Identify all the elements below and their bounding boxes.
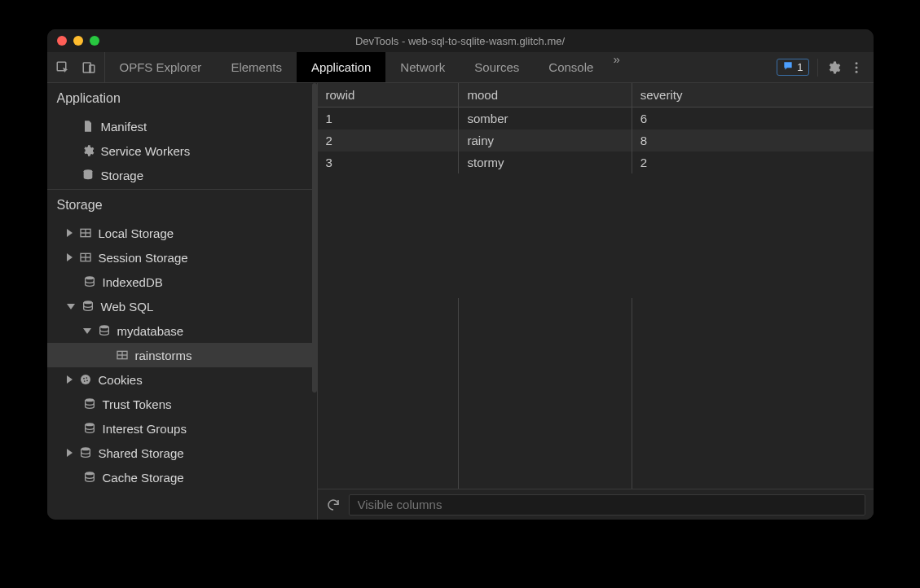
data-grid: rowid mood severity 1somber62rainy83stor… xyxy=(318,83,874,489)
table-cell: somber xyxy=(459,108,632,129)
grid-icon xyxy=(79,226,92,239)
database-icon xyxy=(81,169,95,182)
tab-sources[interactable]: Sources xyxy=(460,52,534,82)
sidebar-item-shared-storage[interactable]: Shared Storage xyxy=(47,441,317,465)
sidebar-item-local-storage[interactable]: Local Storage xyxy=(47,221,317,245)
sidebar-item-cache-storage[interactable]: Cache Storage xyxy=(47,465,317,489)
table-cell: 2 xyxy=(632,151,874,173)
minimize-window-icon[interactable] xyxy=(73,36,83,46)
svg-point-24 xyxy=(85,398,94,402)
file-icon xyxy=(81,120,95,133)
visible-columns-input[interactable] xyxy=(349,494,865,516)
db-icon xyxy=(81,300,95,313)
messages-count: 1 xyxy=(797,61,803,73)
grid-icon xyxy=(79,251,92,264)
content-panel: rowid mood severity 1somber62rainy83stor… xyxy=(318,83,874,520)
messages-badge[interactable]: 1 xyxy=(777,59,808,76)
svg-point-23 xyxy=(86,380,88,381)
column-header-rowid[interactable]: rowid xyxy=(318,83,460,108)
db-icon xyxy=(79,446,92,459)
more-tabs-icon[interactable]: » xyxy=(608,52,624,82)
section-application-title: Application xyxy=(47,83,317,112)
svg-point-21 xyxy=(86,377,87,379)
table-cell: 6 xyxy=(632,108,874,129)
sidebar-item-web-sql[interactable]: Web SQL xyxy=(47,294,317,318)
svg-point-15 xyxy=(99,325,108,328)
db-icon xyxy=(83,471,96,484)
inspect-element-icon[interactable] xyxy=(55,60,70,75)
chevron-right-icon xyxy=(67,229,73,237)
svg-point-3 xyxy=(855,62,857,64)
svg-point-26 xyxy=(81,447,90,450)
sidebar-item-mydatabase[interactable]: mydatabase xyxy=(47,318,317,343)
refresh-icon[interactable] xyxy=(326,498,341,512)
db-icon xyxy=(98,324,111,337)
sidebar-item-storage-overview[interactable]: Storage xyxy=(47,163,317,187)
tab-application[interactable]: Application xyxy=(297,52,385,82)
maximize-window-icon[interactable] xyxy=(90,36,99,46)
svg-point-5 xyxy=(855,70,857,72)
sidebar-item-service-workers[interactable]: Service Workers xyxy=(47,138,317,163)
grid-icon xyxy=(116,349,129,362)
window-titlebar: DevTools - web-sql-to-sqlite-wasm.glitch… xyxy=(47,29,874,52)
svg-point-20 xyxy=(83,378,85,380)
table-cell: 2 xyxy=(318,129,460,151)
gear-icon xyxy=(81,144,95,157)
sidebar-item-manifest[interactable]: Manifest xyxy=(47,114,317,138)
table-cell: 8 xyxy=(632,129,874,151)
grid-footer xyxy=(318,489,874,520)
db-icon xyxy=(83,275,96,288)
table-cell: stormy xyxy=(459,151,632,173)
chat-icon xyxy=(782,60,794,74)
window-controls xyxy=(57,36,99,46)
cookie-icon xyxy=(79,373,92,386)
table-row[interactable]: 2rainy8 xyxy=(318,129,874,151)
tab-network[interactable]: Network xyxy=(385,52,460,82)
devtools-toolbar: OPFS Explorer Elements Application Netwo… xyxy=(47,52,874,83)
tab-console[interactable]: Console xyxy=(534,52,608,82)
table-cell: 1 xyxy=(318,108,460,129)
section-storage-title: Storage xyxy=(47,190,317,219)
chevron-right-icon xyxy=(67,449,73,457)
devtools-window: DevTools - web-sql-to-sqlite-wasm.glitch… xyxy=(47,29,874,520)
sidebar-item-session-storage[interactable]: Session Storage xyxy=(47,245,317,270)
svg-point-27 xyxy=(85,472,94,475)
column-header-mood[interactable]: mood xyxy=(459,83,632,108)
data-grid-header: rowid mood severity xyxy=(318,83,874,108)
svg-point-22 xyxy=(83,380,85,382)
chevron-down-icon xyxy=(83,328,91,334)
table-row[interactable]: 1somber6 xyxy=(318,108,874,129)
sidebar-item-cookies[interactable]: Cookies xyxy=(47,367,317,392)
svg-point-25 xyxy=(85,423,94,426)
svg-point-19 xyxy=(81,375,90,384)
tab-opfs-explorer[interactable]: OPFS Explorer xyxy=(105,52,217,82)
db-icon xyxy=(83,422,96,435)
main-split: Application Manifest Service Workers Sto… xyxy=(47,83,874,520)
close-window-icon[interactable] xyxy=(57,36,67,46)
db-icon xyxy=(83,397,96,410)
column-header-severity[interactable]: severity xyxy=(632,83,874,108)
svg-point-4 xyxy=(855,66,857,68)
svg-point-14 xyxy=(83,301,92,304)
chevron-down-icon xyxy=(67,304,75,309)
sidebar-item-rainstorms[interactable]: rainstorms xyxy=(47,343,317,367)
sidebar-item-indexeddb[interactable]: IndexedDB xyxy=(47,270,317,294)
svg-point-13 xyxy=(85,276,94,279)
table-cell: rainy xyxy=(459,129,632,151)
application-sidebar: Application Manifest Service Workers Sto… xyxy=(47,83,318,520)
chevron-right-icon xyxy=(67,375,73,384)
table-cell: 3 xyxy=(318,151,460,173)
chevron-right-icon xyxy=(67,253,73,261)
sidebar-item-trust-tokens[interactable]: Trust Tokens xyxy=(47,392,317,416)
window-title: DevTools - web-sql-to-sqlite-wasm.glitch… xyxy=(47,35,874,47)
divider xyxy=(817,59,818,77)
sidebar-item-interest-groups[interactable]: Interest Groups xyxy=(47,416,317,441)
settings-icon[interactable] xyxy=(826,60,841,75)
tab-elements[interactable]: Elements xyxy=(216,52,297,82)
device-toolbar-icon[interactable] xyxy=(81,60,96,75)
table-row[interactable]: 3stormy2 xyxy=(318,151,874,173)
kebab-menu-icon[interactable] xyxy=(849,60,864,75)
devtools-tabs: OPFS Explorer Elements Application Netwo… xyxy=(105,52,768,82)
